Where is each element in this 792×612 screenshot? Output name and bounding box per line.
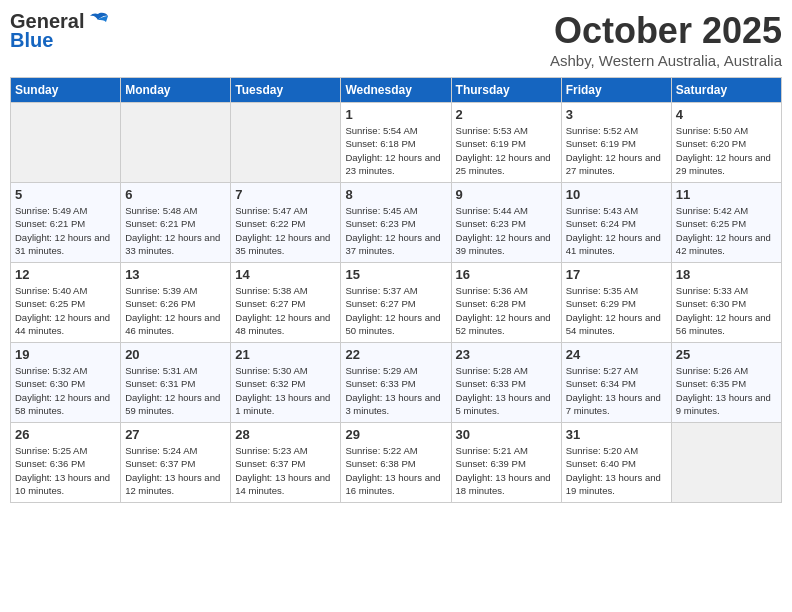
calendar-cell: 2Sunrise: 5:53 AMSunset: 6:19 PMDaylight… [451,103,561,183]
day-number: 15 [345,267,446,282]
day-number: 3 [566,107,667,122]
calendar-cell: 1Sunrise: 5:54 AMSunset: 6:18 PMDaylight… [341,103,451,183]
calendar-cell: 3Sunrise: 5:52 AMSunset: 6:19 PMDaylight… [561,103,671,183]
day-number: 12 [15,267,116,282]
day-info: Sunrise: 5:23 AMSunset: 6:37 PMDaylight:… [235,444,336,497]
day-number: 11 [676,187,777,202]
calendar-cell: 31Sunrise: 5:20 AMSunset: 6:40 PMDayligh… [561,423,671,503]
calendar-cell: 27Sunrise: 5:24 AMSunset: 6:37 PMDayligh… [121,423,231,503]
day-number: 27 [125,427,226,442]
day-number: 7 [235,187,336,202]
calendar-week-row: 19Sunrise: 5:32 AMSunset: 6:30 PMDayligh… [11,343,782,423]
calendar-table: SundayMondayTuesdayWednesdayThursdayFrid… [10,77,782,503]
day-info: Sunrise: 5:52 AMSunset: 6:19 PMDaylight:… [566,124,667,177]
day-info: Sunrise: 5:48 AMSunset: 6:21 PMDaylight:… [125,204,226,257]
calendar-week-row: 5Sunrise: 5:49 AMSunset: 6:21 PMDaylight… [11,183,782,263]
calendar-cell: 16Sunrise: 5:36 AMSunset: 6:28 PMDayligh… [451,263,561,343]
weekday-header: Saturday [671,78,781,103]
calendar-cell [11,103,121,183]
weekday-header: Tuesday [231,78,341,103]
location-title: Ashby, Western Australia, Australia [550,52,782,69]
day-number: 1 [345,107,446,122]
day-number: 9 [456,187,557,202]
day-info: Sunrise: 5:27 AMSunset: 6:34 PMDaylight:… [566,364,667,417]
day-number: 25 [676,347,777,362]
weekday-header: Wednesday [341,78,451,103]
calendar-cell: 20Sunrise: 5:31 AMSunset: 6:31 PMDayligh… [121,343,231,423]
day-info: Sunrise: 5:36 AMSunset: 6:28 PMDaylight:… [456,284,557,337]
day-info: Sunrise: 5:20 AMSunset: 6:40 PMDaylight:… [566,444,667,497]
calendar-cell: 11Sunrise: 5:42 AMSunset: 6:25 PMDayligh… [671,183,781,263]
calendar-cell: 30Sunrise: 5:21 AMSunset: 6:39 PMDayligh… [451,423,561,503]
day-number: 10 [566,187,667,202]
calendar-cell: 24Sunrise: 5:27 AMSunset: 6:34 PMDayligh… [561,343,671,423]
day-info: Sunrise: 5:25 AMSunset: 6:36 PMDaylight:… [15,444,116,497]
day-info: Sunrise: 5:28 AMSunset: 6:33 PMDaylight:… [456,364,557,417]
calendar-cell: 13Sunrise: 5:39 AMSunset: 6:26 PMDayligh… [121,263,231,343]
day-info: Sunrise: 5:40 AMSunset: 6:25 PMDaylight:… [15,284,116,337]
day-number: 23 [456,347,557,362]
logo-blue-text: Blue [10,29,53,52]
day-info: Sunrise: 5:39 AMSunset: 6:26 PMDaylight:… [125,284,226,337]
calendar-cell: 22Sunrise: 5:29 AMSunset: 6:33 PMDayligh… [341,343,451,423]
day-number: 5 [15,187,116,202]
calendar-cell: 29Sunrise: 5:22 AMSunset: 6:38 PMDayligh… [341,423,451,503]
day-info: Sunrise: 5:50 AMSunset: 6:20 PMDaylight:… [676,124,777,177]
calendar-cell [671,423,781,503]
day-info: Sunrise: 5:43 AMSunset: 6:24 PMDaylight:… [566,204,667,257]
day-info: Sunrise: 5:42 AMSunset: 6:25 PMDaylight:… [676,204,777,257]
logo-bird-icon [86,12,110,32]
day-info: Sunrise: 5:44 AMSunset: 6:23 PMDaylight:… [456,204,557,257]
calendar-week-row: 26Sunrise: 5:25 AMSunset: 6:36 PMDayligh… [11,423,782,503]
weekday-header: Monday [121,78,231,103]
day-number: 2 [456,107,557,122]
day-info: Sunrise: 5:29 AMSunset: 6:33 PMDaylight:… [345,364,446,417]
calendar-week-row: 12Sunrise: 5:40 AMSunset: 6:25 PMDayligh… [11,263,782,343]
day-number: 24 [566,347,667,362]
day-info: Sunrise: 5:21 AMSunset: 6:39 PMDaylight:… [456,444,557,497]
calendar-cell: 21Sunrise: 5:30 AMSunset: 6:32 PMDayligh… [231,343,341,423]
calendar-cell: 28Sunrise: 5:23 AMSunset: 6:37 PMDayligh… [231,423,341,503]
calendar-cell: 10Sunrise: 5:43 AMSunset: 6:24 PMDayligh… [561,183,671,263]
day-info: Sunrise: 5:54 AMSunset: 6:18 PMDaylight:… [345,124,446,177]
day-number: 26 [15,427,116,442]
weekday-header-row: SundayMondayTuesdayWednesdayThursdayFrid… [11,78,782,103]
day-info: Sunrise: 5:22 AMSunset: 6:38 PMDaylight:… [345,444,446,497]
calendar-cell: 4Sunrise: 5:50 AMSunset: 6:20 PMDaylight… [671,103,781,183]
day-info: Sunrise: 5:26 AMSunset: 6:35 PMDaylight:… [676,364,777,417]
calendar-cell: 5Sunrise: 5:49 AMSunset: 6:21 PMDaylight… [11,183,121,263]
logo: General Blue [10,10,110,52]
day-info: Sunrise: 5:35 AMSunset: 6:29 PMDaylight:… [566,284,667,337]
calendar-cell: 6Sunrise: 5:48 AMSunset: 6:21 PMDaylight… [121,183,231,263]
day-number: 20 [125,347,226,362]
day-number: 29 [345,427,446,442]
weekday-header: Sunday [11,78,121,103]
calendar-cell: 18Sunrise: 5:33 AMSunset: 6:30 PMDayligh… [671,263,781,343]
day-number: 31 [566,427,667,442]
day-number: 17 [566,267,667,282]
day-info: Sunrise: 5:53 AMSunset: 6:19 PMDaylight:… [456,124,557,177]
day-info: Sunrise: 5:47 AMSunset: 6:22 PMDaylight:… [235,204,336,257]
day-info: Sunrise: 5:33 AMSunset: 6:30 PMDaylight:… [676,284,777,337]
calendar-week-row: 1Sunrise: 5:54 AMSunset: 6:18 PMDaylight… [11,103,782,183]
day-number: 16 [456,267,557,282]
calendar-cell: 26Sunrise: 5:25 AMSunset: 6:36 PMDayligh… [11,423,121,503]
calendar-cell: 9Sunrise: 5:44 AMSunset: 6:23 PMDaylight… [451,183,561,263]
day-number: 4 [676,107,777,122]
day-number: 6 [125,187,226,202]
day-info: Sunrise: 5:45 AMSunset: 6:23 PMDaylight:… [345,204,446,257]
day-number: 8 [345,187,446,202]
day-info: Sunrise: 5:49 AMSunset: 6:21 PMDaylight:… [15,204,116,257]
day-number: 21 [235,347,336,362]
day-number: 14 [235,267,336,282]
calendar-cell: 8Sunrise: 5:45 AMSunset: 6:23 PMDaylight… [341,183,451,263]
day-info: Sunrise: 5:30 AMSunset: 6:32 PMDaylight:… [235,364,336,417]
day-number: 13 [125,267,226,282]
day-info: Sunrise: 5:31 AMSunset: 6:31 PMDaylight:… [125,364,226,417]
calendar-cell [231,103,341,183]
day-info: Sunrise: 5:37 AMSunset: 6:27 PMDaylight:… [345,284,446,337]
weekday-header: Thursday [451,78,561,103]
day-number: 22 [345,347,446,362]
calendar-cell: 19Sunrise: 5:32 AMSunset: 6:30 PMDayligh… [11,343,121,423]
calendar-cell: 7Sunrise: 5:47 AMSunset: 6:22 PMDaylight… [231,183,341,263]
